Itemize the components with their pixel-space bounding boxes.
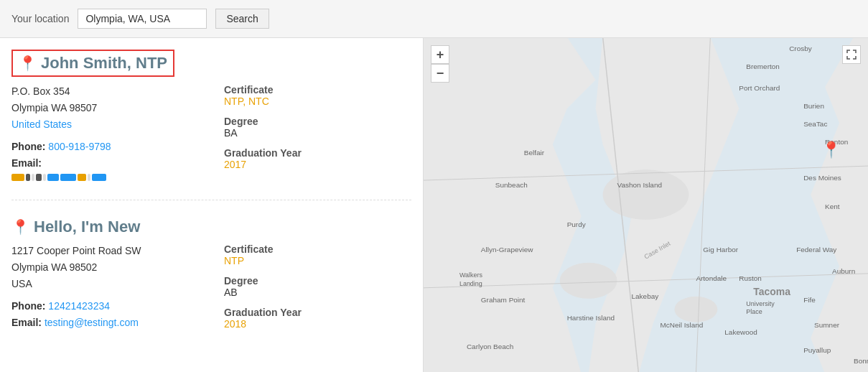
map-panel[interactable]: + −	[424, 38, 868, 372]
email-block	[32, 174, 34, 181]
svg-text:Walkers: Walkers	[459, 271, 483, 279]
location-label: Your location	[11, 13, 69, 24]
svg-text:Lakewood: Lakewood	[724, 328, 757, 336]
svg-text:McNeil Island: McNeil Island	[660, 321, 703, 329]
selected-name-box[interactable]: 📍 John Smith, NTP	[11, 50, 174, 77]
email-block	[43, 174, 46, 181]
graduation-val-2: 2018	[224, 318, 411, 330]
svg-text:University: University	[746, 300, 775, 307]
header-bar: Your location Search	[0, 0, 868, 38]
listing-card-2[interactable]: 📍 Hello, I'm New 1217 Cooper Point Road …	[11, 218, 411, 355]
graduation-row-2: Graduation Year 2018	[224, 307, 411, 330]
card-address-1: P.O. Box 354 Olympia WA 98507 United Sta…	[11, 84, 213, 182]
svg-text:Harstine Island: Harstine Island	[567, 314, 615, 322]
degree-val-1: BA	[224, 127, 411, 139]
address-line2-2: Olympia WA 98502	[11, 260, 213, 275]
person-name-1: John Smith, NTP	[41, 54, 167, 73]
phone-row-1: Phone: 800-918-9798	[11, 139, 213, 154]
card-details-2: Certificate NTP Degree AB Graduation Yea…	[224, 243, 411, 338]
email-block	[36, 174, 42, 181]
email-row-1: Email:	[11, 156, 213, 171]
person-name-2: Hello, I'm New	[34, 218, 140, 236]
phone-label-1: Phone:	[11, 141, 45, 152]
svg-text:Port Orchard: Port Orchard	[739, 84, 780, 92]
svg-text:Place: Place	[746, 308, 762, 315]
email-block	[11, 174, 24, 181]
card-body-1: P.O. Box 354 Olympia WA 98507 United Sta…	[11, 84, 411, 182]
degree-label-2: Degree	[224, 275, 411, 287]
svg-point-2	[560, 263, 617, 299]
svg-text:📍: 📍	[821, 140, 841, 159]
certificate-val-2: NTP	[224, 255, 411, 266]
phone-row-2: Phone: 12421423234	[11, 299, 213, 314]
email-block	[60, 174, 76, 181]
svg-text:Graham Point: Graham Point	[481, 296, 526, 304]
graduation-label-2: Graduation Year	[224, 307, 411, 318]
email-block	[26, 174, 30, 181]
map-expand-button[interactable]	[842, 45, 861, 64]
certificate-row-1: Certificate NTP, NTC	[224, 84, 411, 107]
card-header-1: 📍 John Smith, NTP	[11, 50, 411, 77]
graduation-label-1: Graduation Year	[224, 147, 411, 159]
main-container: 📍 John Smith, NTP P.O. Box 354 Olympia W…	[0, 38, 868, 372]
email-row-2: Email: testing@testingt.com	[11, 315, 213, 330]
svg-text:Belfair: Belfair	[524, 149, 545, 157]
svg-text:Puyallup: Puyallup	[803, 346, 831, 354]
degree-row-2: Degree AB	[224, 275, 411, 298]
svg-text:Sunbeach: Sunbeach	[495, 181, 528, 189]
address-line2-1: Olympia WA 98507	[11, 101, 213, 116]
svg-text:Allyn-Grapeview: Allyn-Grapeview	[481, 246, 533, 254]
svg-text:Carlyon Beach: Carlyon Beach	[467, 343, 513, 350]
zoom-in-button[interactable]: +	[431, 45, 449, 64]
address-line1-2: 1217 Cooper Point Road SW	[11, 243, 213, 259]
pin-icon-2: 📍	[11, 218, 29, 236]
map-controls: + −	[431, 45, 449, 83]
email-block	[47, 174, 59, 181]
svg-text:Sumner: Sumner	[814, 321, 840, 329]
svg-text:Burien: Burien	[803, 102, 824, 110]
email-label-2: Email:	[11, 317, 42, 328]
svg-text:SeaTac: SeaTac	[803, 120, 827, 128]
certificate-row-2: Certificate NTP	[224, 243, 411, 266]
map-background: Crosby Bremerton Port Orchard Burien Sea…	[424, 38, 868, 372]
card-address-2: 1217 Cooper Point Road SW Olympia WA 985…	[11, 243, 213, 338]
svg-text:Kent: Kent	[825, 203, 840, 210]
degree-label-1: Degree	[224, 116, 411, 127]
svg-text:Gig Harbor: Gig Harbor	[703, 246, 738, 254]
svg-text:Vashon Island: Vashon Island	[617, 181, 662, 189]
svg-text:Federal Way: Federal Way	[796, 246, 836, 254]
svg-text:Bremerton: Bremerton	[746, 62, 780, 70]
svg-text:Artondale: Artondale	[696, 274, 727, 282]
card-header-2: 📍 Hello, I'm New	[11, 218, 411, 236]
degree-val-2: AB	[224, 287, 411, 298]
expand-icon	[846, 50, 857, 60]
search-button[interactable]: Search	[215, 9, 269, 29]
degree-row-1: Degree BA	[224, 116, 411, 139]
country-2: USA	[11, 276, 213, 292]
left-panel: 📍 John Smith, NTP P.O. Box 354 Olympia W…	[0, 38, 424, 372]
svg-text:Ruston: Ruston	[739, 274, 762, 282]
phone-val-1: 800-918-9798	[48, 141, 111, 152]
svg-text:Purdy: Purdy	[567, 220, 586, 228]
email-block	[92, 174, 106, 181]
certificate-label-1: Certificate	[224, 84, 411, 96]
svg-point-1	[603, 169, 689, 220]
card-body-2: 1217 Cooper Point Road SW Olympia WA 985…	[11, 243, 411, 338]
email-block	[88, 174, 90, 181]
svg-text:Fife: Fife	[803, 296, 816, 304]
pin-icon-1: 📍	[19, 55, 37, 72]
listing-card[interactable]: 📍 John Smith, NTP P.O. Box 354 Olympia W…	[11, 50, 411, 200]
svg-text:Des Moines: Des Moines	[803, 174, 841, 182]
phone-val-2: 12421423234	[48, 300, 110, 312]
graduation-row-1: Graduation Year 2017	[224, 147, 411, 170]
address-line1-1: P.O. Box 354	[11, 84, 213, 99]
svg-text:Lakebay: Lakebay	[632, 292, 659, 300]
zoom-out-button[interactable]: −	[431, 64, 449, 83]
email-blur-1	[11, 172, 213, 182]
certificate-label-2: Certificate	[224, 243, 411, 255]
location-input[interactable]	[78, 9, 207, 29]
card-details-1: Certificate NTP, NTC Degree BA Graduatio…	[224, 84, 411, 182]
svg-text:Auburn: Auburn	[832, 267, 855, 275]
svg-text:Crosby: Crosby	[789, 45, 812, 52]
phone-label-2: Phone:	[11, 300, 45, 312]
